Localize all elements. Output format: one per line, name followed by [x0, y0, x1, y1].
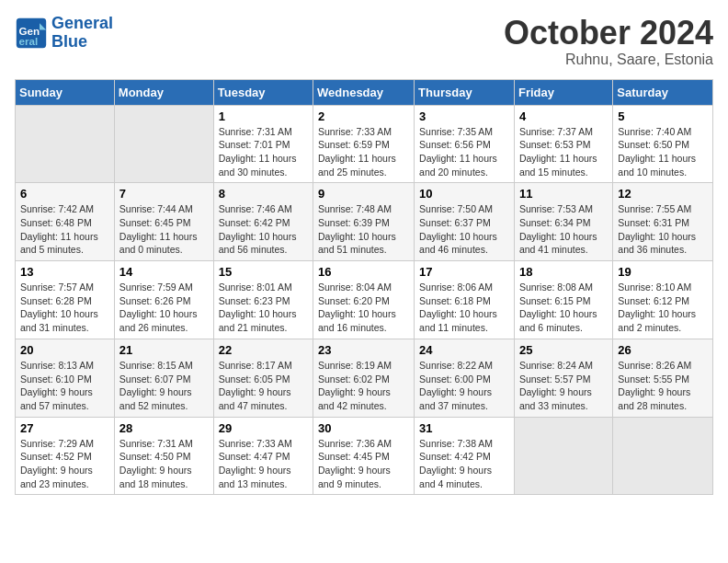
- day-number: 26: [618, 343, 708, 357]
- day-info: Sunrise: 8:06 AM Sunset: 6:18 PM Dayligh…: [419, 281, 509, 335]
- weekday-header-tuesday: Tuesday: [213, 79, 313, 105]
- weekday-header-friday: Friday: [514, 79, 612, 105]
- day-info: Sunrise: 7:40 AM Sunset: 6:50 PM Dayligh…: [618, 125, 708, 179]
- day-cell: 11Sunrise: 7:53 AM Sunset: 6:34 PM Dayli…: [514, 183, 612, 261]
- day-number: 30: [318, 421, 409, 435]
- day-info: Sunrise: 7:42 AM Sunset: 6:48 PM Dayligh…: [20, 202, 109, 257]
- day-number: 14: [119, 265, 209, 279]
- logo: Gen eral General Blue: [15, 15, 113, 52]
- day-number: 8: [219, 187, 308, 201]
- day-info: Sunrise: 7:59 AM Sunset: 6:26 PM Dayligh…: [119, 281, 209, 335]
- day-info: Sunrise: 8:10 AM Sunset: 6:12 PM Dayligh…: [618, 281, 708, 335]
- day-number: 5: [618, 109, 708, 123]
- day-number: 28: [119, 421, 209, 435]
- day-cell: 24Sunrise: 8:22 AM Sunset: 6:00 PM Dayli…: [415, 339, 515, 417]
- day-info: Sunrise: 8:08 AM Sunset: 6:15 PM Dayligh…: [519, 281, 608, 335]
- day-cell: 7Sunrise: 7:44 AM Sunset: 6:45 PM Daylig…: [114, 183, 213, 261]
- day-cell: 19Sunrise: 8:10 AM Sunset: 6:12 PM Dayli…: [613, 261, 713, 339]
- day-info: Sunrise: 7:33 AM Sunset: 6:59 PM Dayligh…: [318, 125, 409, 179]
- day-number: 3: [419, 109, 509, 123]
- day-cell: 20Sunrise: 8:13 AM Sunset: 6:10 PM Dayli…: [16, 339, 115, 417]
- weekday-header-sunday: Sunday: [16, 79, 115, 105]
- month-title: October 2024: [504, 15, 713, 52]
- day-cell: 2Sunrise: 7:33 AM Sunset: 6:59 PM Daylig…: [313, 105, 415, 183]
- day-cell: 8Sunrise: 7:46 AM Sunset: 6:42 PM Daylig…: [213, 183, 313, 261]
- day-info: Sunrise: 7:37 AM Sunset: 6:53 PM Dayligh…: [519, 125, 608, 179]
- day-number: 9: [318, 187, 409, 201]
- title-block: October 2024 Ruhnu, Saare, Estonia: [504, 15, 713, 68]
- day-cell: 12Sunrise: 7:55 AM Sunset: 6:31 PM Dayli…: [613, 183, 713, 261]
- day-cell: 18Sunrise: 8:08 AM Sunset: 6:15 PM Dayli…: [514, 261, 612, 339]
- day-info: Sunrise: 7:35 AM Sunset: 6:56 PM Dayligh…: [419, 125, 509, 179]
- day-number: 6: [20, 187, 109, 201]
- day-number: 22: [219, 343, 308, 357]
- day-number: 13: [20, 265, 109, 279]
- svg-text:eral: eral: [19, 34, 39, 46]
- day-number: 29: [219, 421, 308, 435]
- logo-blue: Blue: [51, 33, 113, 52]
- day-info: Sunrise: 7:55 AM Sunset: 6:31 PM Dayligh…: [618, 202, 708, 257]
- day-info: Sunrise: 8:17 AM Sunset: 6:05 PM Dayligh…: [219, 359, 308, 413]
- day-info: Sunrise: 7:46 AM Sunset: 6:42 PM Dayligh…: [219, 202, 308, 257]
- calendar-table: SundayMondayTuesdayWednesdayThursdayFrid…: [15, 79, 713, 496]
- day-number: 18: [519, 265, 608, 279]
- day-number: 7: [119, 187, 209, 201]
- logo-wordmark: General Blue: [51, 15, 113, 52]
- day-cell: [514, 417, 612, 495]
- day-cell: 16Sunrise: 8:04 AM Sunset: 6:20 PM Dayli…: [313, 261, 415, 339]
- day-cell: 25Sunrise: 8:24 AM Sunset: 5:57 PM Dayli…: [514, 339, 612, 417]
- day-info: Sunrise: 7:48 AM Sunset: 6:39 PM Dayligh…: [318, 202, 409, 257]
- day-info: Sunrise: 7:31 AM Sunset: 4:50 PM Dayligh…: [119, 437, 209, 491]
- day-number: 20: [20, 343, 109, 357]
- day-info: Sunrise: 8:19 AM Sunset: 6:02 PM Dayligh…: [318, 359, 409, 413]
- day-number: 2: [318, 109, 409, 123]
- week-row-3: 13Sunrise: 7:57 AM Sunset: 6:28 PM Dayli…: [16, 261, 713, 339]
- day-cell: 15Sunrise: 8:01 AM Sunset: 6:23 PM Dayli…: [213, 261, 313, 339]
- day-cell: 27Sunrise: 7:29 AM Sunset: 4:52 PM Dayli…: [16, 417, 115, 495]
- day-number: 23: [318, 343, 409, 357]
- weekday-header-row: SundayMondayTuesdayWednesdayThursdayFrid…: [16, 79, 713, 105]
- weekday-header-thursday: Thursday: [415, 79, 515, 105]
- day-info: Sunrise: 7:50 AM Sunset: 6:37 PM Dayligh…: [419, 202, 509, 257]
- day-info: Sunrise: 8:01 AM Sunset: 6:23 PM Dayligh…: [219, 281, 308, 335]
- day-number: 21: [119, 343, 209, 357]
- week-row-1: 1Sunrise: 7:31 AM Sunset: 7:01 PM Daylig…: [16, 105, 713, 183]
- day-cell: 28Sunrise: 7:31 AM Sunset: 4:50 PM Dayli…: [114, 417, 213, 495]
- day-number: 16: [318, 265, 409, 279]
- day-info: Sunrise: 7:44 AM Sunset: 6:45 PM Dayligh…: [119, 202, 209, 257]
- day-cell: 9Sunrise: 7:48 AM Sunset: 6:39 PM Daylig…: [313, 183, 415, 261]
- day-number: 1: [219, 109, 308, 123]
- day-info: Sunrise: 8:13 AM Sunset: 6:10 PM Dayligh…: [20, 359, 109, 413]
- day-info: Sunrise: 8:22 AM Sunset: 6:00 PM Dayligh…: [419, 359, 509, 413]
- day-info: Sunrise: 7:53 AM Sunset: 6:34 PM Dayligh…: [519, 202, 608, 257]
- day-info: Sunrise: 7:29 AM Sunset: 4:52 PM Dayligh…: [20, 437, 109, 491]
- day-cell: 31Sunrise: 7:38 AM Sunset: 4:42 PM Dayli…: [415, 417, 515, 495]
- day-number: 4: [519, 109, 608, 123]
- day-info: Sunrise: 7:57 AM Sunset: 6:28 PM Dayligh…: [20, 281, 109, 335]
- day-number: 17: [419, 265, 509, 279]
- day-info: Sunrise: 8:04 AM Sunset: 6:20 PM Dayligh…: [318, 281, 409, 335]
- day-number: 12: [618, 187, 708, 201]
- day-cell: [613, 417, 713, 495]
- day-cell: 17Sunrise: 8:06 AM Sunset: 6:18 PM Dayli…: [415, 261, 515, 339]
- day-info: Sunrise: 7:36 AM Sunset: 4:45 PM Dayligh…: [318, 437, 409, 491]
- day-cell: 10Sunrise: 7:50 AM Sunset: 6:37 PM Dayli…: [415, 183, 515, 261]
- week-row-5: 27Sunrise: 7:29 AM Sunset: 4:52 PM Dayli…: [16, 417, 713, 495]
- week-row-2: 6Sunrise: 7:42 AM Sunset: 6:48 PM Daylig…: [16, 183, 713, 261]
- logo-icon: Gen eral: [15, 17, 48, 50]
- day-info: Sunrise: 7:38 AM Sunset: 4:42 PM Dayligh…: [419, 437, 509, 491]
- day-cell: 5Sunrise: 7:40 AM Sunset: 6:50 PM Daylig…: [613, 105, 713, 183]
- location: Ruhnu, Saare, Estonia: [504, 52, 713, 68]
- day-info: Sunrise: 7:31 AM Sunset: 7:01 PM Dayligh…: [219, 125, 308, 179]
- day-cell: 3Sunrise: 7:35 AM Sunset: 6:56 PM Daylig…: [415, 105, 515, 183]
- day-info: Sunrise: 7:33 AM Sunset: 4:47 PM Dayligh…: [219, 437, 308, 491]
- page-header: Gen eral General Blue October 2024 Ruhnu…: [15, 15, 713, 68]
- day-cell: 26Sunrise: 8:26 AM Sunset: 5:55 PM Dayli…: [613, 339, 713, 417]
- day-number: 31: [419, 421, 509, 435]
- day-number: 11: [519, 187, 608, 201]
- day-cell: 4Sunrise: 7:37 AM Sunset: 6:53 PM Daylig…: [514, 105, 612, 183]
- day-cell: [114, 105, 213, 183]
- weekday-header-wednesday: Wednesday: [313, 79, 415, 105]
- day-info: Sunrise: 8:15 AM Sunset: 6:07 PM Dayligh…: [119, 359, 209, 413]
- day-number: 24: [419, 343, 509, 357]
